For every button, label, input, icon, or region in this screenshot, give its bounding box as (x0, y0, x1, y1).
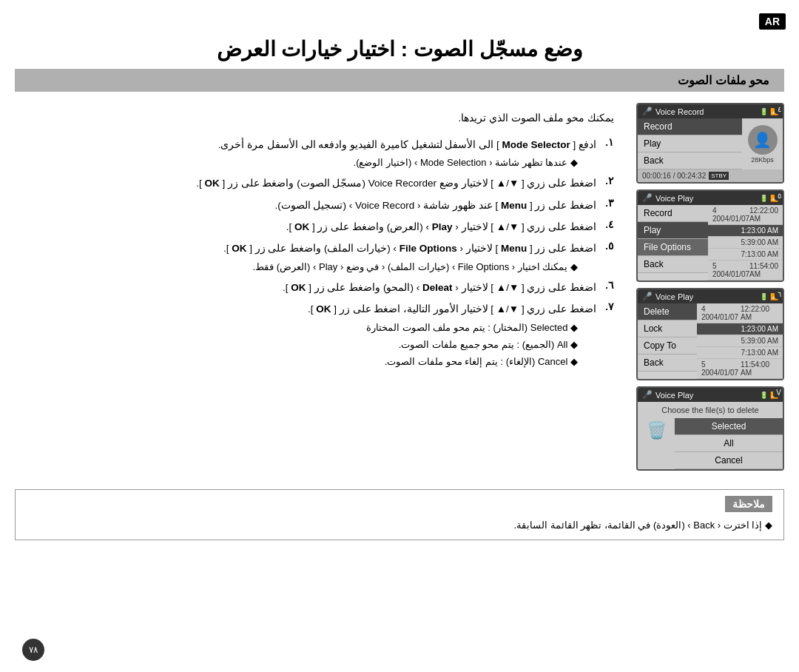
step-1: ١. ادفع [ Mode Selector ] الى الأسفل لتش… (22, 136, 614, 172)
page-title: وضع مسجّل الصوت : اختيار خيارات العرض (0, 0, 799, 69)
step-badge-3: ٦ (775, 289, 784, 299)
page-number: ٧٨ (22, 639, 44, 661)
play-icon: 🎤 (642, 193, 653, 203)
note-text: ◆ إذا اخترت ‹ Back › (العودة) في القائمة… (27, 517, 772, 534)
screen-4: 🎤 Voice Play 🔋 📶 Choose the file(s) to d… (636, 386, 784, 471)
avatar-icon: 👤 (748, 125, 778, 155)
s3-file-3: 5:39:00 AM (697, 335, 783, 347)
screen-3-files: 4 2004/01/0712:22:00 AM 1:23:00 AM 5:39:… (697, 303, 783, 379)
step-6: ٦. اضغط على زري [ ▼/▲ ] لاختيار ‹ Deleat… (22, 279, 614, 297)
file-item-5: 5 2004/01/0711:54:00 AM (708, 261, 783, 280)
s3-file-4: 7:13:00 AM (697, 347, 783, 359)
step-3-num: ٣. (601, 197, 614, 209)
time-display: 00:00:16 / 00:24:32 (642, 172, 706, 180)
step-7-sub-cancel: Cancel (الإلغاء) : يتم إلغاء محو ملفات ا… (308, 353, 596, 370)
screen-4-body: 🗑️ Selected All Cancel (638, 418, 783, 469)
screen-4-header: 🎤 Voice Play 🔋 📶 (638, 388, 783, 402)
step-badge-1: ٤ (775, 104, 784, 114)
step-badge-4: V (773, 388, 784, 397)
step-1-text: ادفع [ Mode Selector ] الى الأسفل لتشغيل… (218, 139, 596, 150)
mic-icon: 🎤 (642, 107, 653, 116)
screen-2-title: 🎤 Voice Play (642, 193, 693, 203)
screen-1: 🎤 Voice Record 🔋 📶 Record Play Back 👤 28… (636, 103, 784, 184)
screen-1-avatar: 👤 28Kbps (742, 118, 783, 169)
numbered-steps: ١. ادفع [ Mode Selector ] الى الأسفل لتش… (15, 136, 621, 371)
s3-lock[interactable]: Lock (638, 320, 697, 337)
step-4-text: اضغط على زري [ ▼/▲ ] لاختيار ‹ Play › (ا… (22, 218, 596, 236)
option-cancel[interactable]: Cancel (675, 452, 783, 469)
s3-copy[interactable]: Copy To (638, 337, 697, 355)
menu-record[interactable]: Record (638, 118, 742, 135)
s3-delete[interactable]: Delete (638, 303, 697, 320)
menu-back[interactable]: Back (638, 152, 742, 169)
section-header: محو ملفات الصوت (15, 69, 784, 92)
s3-file-5: 5 2004/01/0711:54:00 AM (697, 359, 783, 379)
step-2-num: ٢. (601, 175, 614, 187)
screen-3-header: 🎤 Voice Play 🔋 📶 (638, 289, 783, 303)
content-area: يمكنك محو ملف الصوت الذي تريدها. ١. ادفع… (0, 92, 799, 482)
stby-badge: STBY (709, 172, 729, 180)
note-box: ملاحظة ◆ إذا اخترت ‹ Back › (العودة) في … (15, 489, 784, 540)
s3-back[interactable]: Back (638, 355, 697, 372)
battery-icon-3: 🔋 (760, 293, 768, 300)
screen-1-header: 🎤 Voice Record 🔋 📶 (638, 104, 783, 118)
voice-play-icon-3: 🎤 (642, 292, 653, 301)
option-all[interactable]: All (675, 435, 783, 452)
file-item-3: 5:39:00 AM (708, 237, 783, 249)
screen-4-options: Selected All Cancel (675, 418, 783, 469)
step-2: ٢. اضغط على زري [ ▼/▲ ] لاختيار وضع Voic… (22, 175, 614, 192)
screenshots-column: 🎤 Voice Record 🔋 📶 Record Play Back 👤 28… (636, 103, 784, 471)
trash-icon: 🗑️ (638, 418, 675, 469)
step-7-sub-all: All (الجميع) : يتم محو جميع ملفات الصوت. (308, 336, 596, 353)
battery-icon: 🔋 (760, 108, 768, 115)
s2-record[interactable]: Record (638, 205, 708, 222)
screen-2-menu: Record Play File Options Back (638, 205, 708, 280)
option-selected[interactable]: Selected (675, 418, 783, 435)
kbps-label: 28Kbps (751, 156, 774, 164)
voice-play-icon-4: 🎤 (642, 390, 653, 400)
note-header: ملاحظة (725, 496, 772, 512)
screen-2-files: 4 2004/01/0712:22:00 AM 1:23:00 AM 5:39:… (708, 205, 783, 280)
screen-4-title: 🎤 Voice Play (642, 390, 693, 400)
screen-2-header: 🎤 Voice Play 🔋 📶 (638, 191, 783, 205)
intro-text: يمكنك محو ملف الصوت الذي تريدها. (15, 103, 621, 132)
step-4-num: ٤. (601, 218, 614, 230)
screen-2: 🎤 Voice Play 🔋 📶 Record Play File Option… (636, 189, 784, 282)
battery-icon-2: 🔋 (760, 195, 768, 202)
time-bar: 00:00:16 / 00:24:32 STBY (638, 169, 783, 182)
step-badge-2: ٥ (775, 191, 784, 201)
menu-play[interactable]: Play (638, 135, 742, 152)
step-4: ٤. اضغط على زري [ ▼/▲ ] لاختيار ‹ Play ›… (22, 218, 614, 236)
delete-prompt: Choose the file(s) to delete (638, 402, 783, 418)
s2-back[interactable]: Back (638, 256, 708, 273)
screen-3-title: 🎤 Voice Play (642, 292, 693, 301)
s3-file-2[interactable]: 1:23:00 AM (697, 323, 783, 335)
s2-play[interactable]: Play (638, 222, 708, 239)
step-3: ٣. اضغط على زر [ Menu ] عند ظهور شاشة ‹ … (22, 197, 614, 215)
step-1-sub: عندها تظهر شاشة ‹ Mode Selection › (اختي… (218, 154, 596, 171)
step-3-text: اضغط على زر [ Menu ] عند ظهور شاشة ‹ Voi… (22, 197, 596, 215)
ar-badge: AR (759, 13, 786, 30)
step-7-text: اضغط على زري [ ▼/▲ ] لاختيار الأمور التا… (308, 303, 596, 315)
step-7-sub-selected: Selected (المختار) : يتم محو ملف الصوت ا… (308, 319, 596, 336)
screen-1-menu: Record Play Back (638, 118, 742, 169)
battery-icon-4: 🔋 (760, 392, 768, 399)
file-item-2[interactable]: 1:23:00 AM (708, 225, 783, 237)
text-column: يمكنك محو ملف الصوت الذي تريدها. ١. ادفع… (15, 103, 621, 471)
file-item-4: 7:13:00 AM (708, 249, 783, 261)
step-2-text: اضغط على زري [ ▼/▲ ] لاختيار وضع Voice R… (22, 175, 596, 192)
step-5-text: اضغط على زر [ Menu ] لاختيار ‹ File Opti… (223, 243, 596, 254)
s2-file-options[interactable]: File Options (638, 239, 708, 256)
step-7: ٧. اضغط على زري [ ▼/▲ ] لاختيار الأمور ا… (22, 300, 614, 370)
screen-3-menu: Delete Lock Copy To Back (638, 303, 697, 379)
screen-2-content: Record Play File Options Back 4 2004/01/… (638, 205, 783, 280)
screen-3-content: Delete Lock Copy To Back 4 2004/01/0712:… (638, 303, 783, 379)
screen-1-content: Record Play Back 👤 28Kbps (638, 118, 783, 169)
step-5-sub: يمكنك اختيار ‹ File Options › (خيارات ال… (223, 258, 596, 275)
step-5: ٥. اضغط على زر [ Menu ] لاختيار ‹ File O… (22, 240, 614, 275)
step-1-num: ١. (601, 136, 614, 148)
step-6-num: ٦. (601, 279, 614, 291)
step-6-text: اضغط على زري [ ▼/▲ ] لاختيار ‹ Deleat › … (22, 279, 596, 297)
screen-1-title: 🎤 Voice Record (642, 107, 704, 116)
file-item-1: 4 2004/01/0712:22:00 AM (708, 205, 783, 225)
